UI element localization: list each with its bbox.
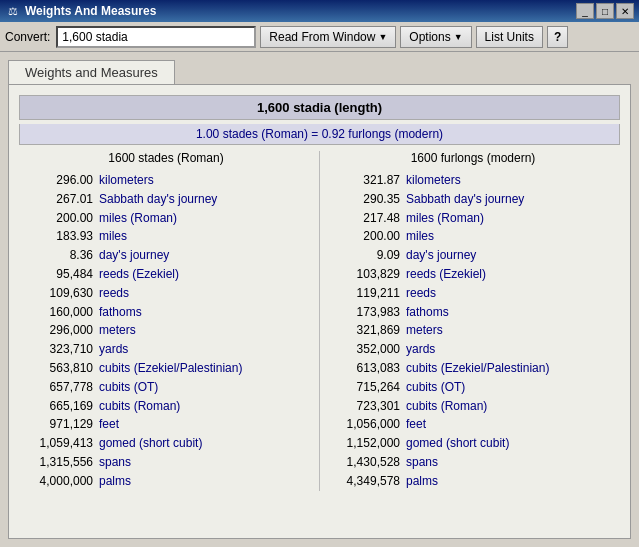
result-number: 296,000 — [23, 322, 93, 339]
result-unit: feet — [99, 416, 309, 433]
list-item: 1,430,528spans — [326, 453, 620, 472]
list-item: 1,315,556spans — [19, 453, 313, 472]
result-unit: reeds — [99, 285, 309, 302]
list-item: 217.48miles (Roman) — [326, 209, 620, 228]
result-unit: miles — [99, 228, 309, 245]
app-title: Weights And Measures — [25, 4, 576, 18]
result-unit: reeds (Ezekiel) — [406, 266, 616, 283]
result-number: 103,829 — [330, 266, 400, 283]
result-unit: feet — [406, 416, 616, 433]
list-item: 971,129feet — [19, 415, 313, 434]
result-number: 1,056,000 — [330, 416, 400, 433]
result-number: 563,810 — [23, 360, 93, 377]
result-unit: cubits (Roman) — [406, 398, 616, 415]
result-number: 296.00 — [23, 172, 93, 189]
convert-input[interactable] — [56, 26, 256, 48]
options-button[interactable]: Options ▼ — [400, 26, 471, 48]
list-item: 8.36day's journey — [19, 246, 313, 265]
conversion-subheader: 1.00 stades (Roman) = 0.92 furlongs (mod… — [19, 124, 620, 145]
dropdown-arrow-icon: ▼ — [378, 32, 387, 42]
list-item: 296,000meters — [19, 321, 313, 340]
maximize-button[interactable]: □ — [596, 3, 614, 19]
list-item: 267.01Sabbath day's journey — [19, 190, 313, 209]
list-item: 1,152,000gomed (short cubit) — [326, 434, 620, 453]
list-item: 290.35Sabbath day's journey — [326, 190, 620, 209]
result-number: 323,710 — [23, 341, 93, 358]
result-number: 1,059,413 — [23, 435, 93, 452]
list-item: 200.00miles (Roman) — [19, 209, 313, 228]
result-unit: miles (Roman) — [99, 210, 309, 227]
result-unit: kilometers — [406, 172, 616, 189]
result-number: 657,778 — [23, 379, 93, 396]
content-panel: 1,600 stadia (length) 1.00 stades (Roman… — [8, 84, 631, 539]
right-col-header: 1600 furlongs (modern) — [326, 151, 620, 167]
options-dropdown-icon: ▼ — [454, 32, 463, 42]
list-item: 296.00kilometers — [19, 171, 313, 190]
result-number: 1,152,000 — [330, 435, 400, 452]
list-item: 109,630reeds — [19, 284, 313, 303]
left-rows: 296.00kilometers267.01Sabbath day's jour… — [19, 171, 313, 491]
result-unit: reeds (Ezekiel) — [99, 266, 309, 283]
result-unit: spans — [406, 454, 616, 471]
result-number: 715,264 — [330, 379, 400, 396]
result-number: 267.01 — [23, 191, 93, 208]
result-number: 95,484 — [23, 266, 93, 283]
result-unit: palms — [99, 473, 309, 490]
result-unit: meters — [406, 322, 616, 339]
result-unit: fathoms — [406, 304, 616, 321]
close-button[interactable]: ✕ — [616, 3, 634, 19]
result-unit: cubits (OT) — [99, 379, 309, 396]
result-unit: gomed (short cubit) — [406, 435, 616, 452]
result-number: 613,083 — [330, 360, 400, 377]
help-button[interactable]: ? — [547, 26, 568, 48]
result-number: 173,983 — [330, 304, 400, 321]
list-item: 95,484reeds (Ezekiel) — [19, 265, 313, 284]
result-unit: miles (Roman) — [406, 210, 616, 227]
conversion-header: 1,600 stadia (length) — [19, 95, 620, 120]
result-unit: cubits (Ezekiel/Palestinian) — [99, 360, 309, 377]
read-from-window-button[interactable]: Read From Window ▼ — [260, 26, 396, 48]
result-unit: reeds — [406, 285, 616, 302]
title-bar: ⚖ Weights And Measures _ □ ✕ — [0, 0, 639, 22]
result-unit: yards — [406, 341, 616, 358]
result-number: 183.93 — [23, 228, 93, 245]
list-item: 119,211reeds — [326, 284, 620, 303]
conversion-title: 1,600 stadia (length) — [30, 100, 609, 115]
app-icon: ⚖ — [5, 3, 21, 19]
list-item: 321.87kilometers — [326, 171, 620, 190]
list-item: 160,000fathoms — [19, 303, 313, 322]
list-units-button[interactable]: List Units — [476, 26, 543, 48]
list-item: 103,829reeds (Ezekiel) — [326, 265, 620, 284]
list-item: 200.00miles — [326, 227, 620, 246]
result-number: 109,630 — [23, 285, 93, 302]
main-content: Weights and Measures 1,600 stadia (lengt… — [0, 52, 639, 547]
result-number: 723,301 — [330, 398, 400, 415]
minimize-button[interactable]: _ — [576, 3, 594, 19]
list-item: 1,056,000feet — [326, 415, 620, 434]
list-item: 323,710yards — [19, 340, 313, 359]
result-unit: meters — [99, 322, 309, 339]
result-unit: gomed (short cubit) — [99, 435, 309, 452]
list-item: 657,778cubits (OT) — [19, 378, 313, 397]
result-unit: yards — [99, 341, 309, 358]
list-item: 173,983fathoms — [326, 303, 620, 322]
tab-weights-and-measures[interactable]: Weights and Measures — [8, 60, 175, 84]
list-item: 1,059,413gomed (short cubit) — [19, 434, 313, 453]
result-number: 1,430,528 — [330, 454, 400, 471]
tab-area: Weights and Measures — [8, 60, 631, 84]
convert-label: Convert: — [5, 30, 50, 44]
right-rows: 321.87kilometers290.35Sabbath day's jour… — [326, 171, 620, 491]
result-unit: day's journey — [406, 247, 616, 264]
result-number: 4,000,000 — [23, 473, 93, 490]
list-item: 723,301cubits (Roman) — [326, 397, 620, 416]
window-controls: _ □ ✕ — [576, 3, 634, 19]
list-item: 352,000yards — [326, 340, 620, 359]
list-item: 563,810cubits (Ezekiel/Palestinian) — [19, 359, 313, 378]
left-col-header: 1600 stades (Roman) — [19, 151, 313, 167]
result-number: 160,000 — [23, 304, 93, 321]
result-unit: fathoms — [99, 304, 309, 321]
result-number: 4,349,578 — [330, 473, 400, 490]
result-number: 200.00 — [330, 228, 400, 245]
result-number: 352,000 — [330, 341, 400, 358]
result-unit: kilometers — [99, 172, 309, 189]
